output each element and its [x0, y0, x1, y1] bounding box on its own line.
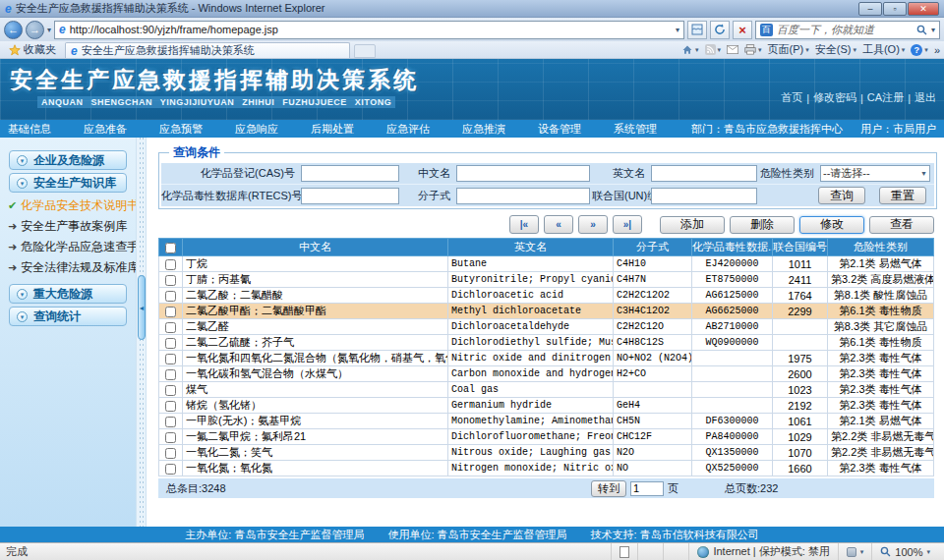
page-menu[interactable]: 页面(P)▾ [768, 42, 809, 57]
table-row[interactable]: 丁烷ButaneC4H10EJ42000001011第2.1类 易燃气体 [159, 256, 934, 272]
search-button[interactable]: 查询 [818, 187, 865, 204]
address-dropdown-caret[interactable]: ▾ [676, 26, 679, 34]
rtecs-input[interactable] [301, 188, 399, 204]
row-checkbox[interactable] [165, 432, 176, 443]
row-checkbox[interactable] [165, 338, 176, 349]
zoom-segment[interactable]: 100% ▾ [871, 543, 938, 560]
sidebar-group-安全生产知识库[interactable]: ▾安全生产知识库 [9, 173, 127, 193]
row-checkbox[interactable] [165, 385, 176, 396]
nav-item-应急评估[interactable]: 应急评估 [386, 122, 430, 137]
sidebar-group-重大危险源[interactable]: ▾重大危险源 [9, 284, 127, 304]
compatibility-view-button[interactable] [687, 21, 707, 39]
table-row[interactable]: 一氧化氮；氧化氮Nitrogen monoxide; Nitric oxideN… [159, 461, 934, 476]
table-row[interactable]: 二氯乙酸甲酯；二氯醋酸甲酯Methyl dichloroacetateC3H4C… [159, 304, 934, 319]
nav-item-设备管理[interactable]: 设备管理 [538, 122, 581, 137]
reset-button[interactable]: 重置 [879, 187, 926, 204]
first-page-button[interactable]: |« [509, 215, 539, 234]
table-row[interactable]: 丁腈；丙基氰Butyronitrile; Propyl cyanideC4H7N… [159, 272, 934, 288]
sidebar-item-安全生产事故案例库[interactable]: ➜安全生产事故案例库 [0, 216, 136, 237]
row-checkbox[interactable] [165, 259, 176, 270]
formula-input[interactable] [456, 188, 590, 204]
table-row[interactable]: 二氯乙酸；二氯醋酸Dichloroacetic acidC2H2C12O2AG6… [159, 288, 934, 304]
print-button[interactable]: ▾ [744, 44, 762, 55]
sidebar-splitter[interactable]: ◄ [136, 138, 147, 527]
close-button[interactable]: ✕ [908, 2, 939, 16]
search-icon[interactable] [916, 25, 927, 35]
nav-item-应急推演[interactable]: 应急推演 [462, 122, 505, 137]
table-row[interactable]: 锗烷（氢化锗）Germanium hydrideGeH42192第2.3类 毒性… [159, 398, 934, 414]
header-link[interactable]: 退出 [914, 90, 936, 105]
print-caret[interactable]: ▾ [758, 46, 762, 54]
sidebar-group-查询统计[interactable]: ▾查询统计 [9, 307, 127, 326]
sidebar-item-安全法律法规及标准库[interactable]: ➜安全法律法规及标准库 [0, 257, 136, 278]
maximize-button[interactable]: ▫ [883, 2, 907, 16]
search-box[interactable]: 百 百度一下，你就知道 ▾ [755, 21, 940, 39]
row-checkbox[interactable] [165, 417, 176, 427]
nav-item-基础信息[interactable]: 基础信息 [8, 122, 51, 137]
smartscreen-segment[interactable]: ▾ [838, 543, 872, 560]
chinese-name-input[interactable] [456, 165, 590, 182]
new-tab-button[interactable] [354, 44, 376, 58]
nav-item-应急准备[interactable]: 应急准备 [84, 122, 127, 137]
favorites-button[interactable]: 收藏夹 [4, 42, 61, 57]
table-row[interactable]: 一氟二氯甲烷；氟利昂21Dichlorofluoromethane; Freon… [159, 429, 934, 445]
nav-item-系统管理[interactable]: 系统管理 [614, 122, 657, 137]
table-row[interactable]: 一氧化氮和四氧化二氮混合物（氮氧化物，硝基气，氧化氮气体）Nitric oxid… [159, 351, 934, 366]
view-button[interactable]: 查看 [869, 216, 934, 234]
nav-item-应急预警[interactable]: 应急预警 [159, 122, 203, 137]
tools-menu[interactable]: 工具(O)▾ [862, 42, 905, 57]
read-mail-button[interactable] [727, 45, 738, 54]
nav-item-后期处置[interactable]: 后期处置 [311, 122, 354, 137]
row-checkbox[interactable] [165, 464, 176, 475]
sidebar-group-企业及危险源[interactable]: ▾企业及危险源 [9, 150, 127, 170]
select-all-checkbox[interactable] [165, 243, 176, 253]
row-checkbox[interactable] [165, 322, 176, 333]
minimize-button[interactable]: – [858, 2, 882, 16]
header-link[interactable]: 首页 [781, 90, 802, 105]
recent-pages-caret[interactable]: ▾ [47, 26, 51, 34]
page-number-input[interactable] [630, 481, 664, 496]
table-row[interactable]: 二氯二乙硫醚；芥子气Dichlorodiethyl sulfide; Musta… [159, 335, 934, 351]
english-name-input[interactable] [651, 165, 757, 182]
add-button[interactable]: 添加 [660, 216, 725, 234]
next-page-button[interactable]: » [578, 215, 608, 234]
table-row[interactable]: 煤气Coal gas1023第2.3类 毒性气体 [159, 382, 934, 398]
feeds-button[interactable]: ▾ [705, 44, 722, 55]
prev-page-button[interactable]: « [544, 215, 573, 234]
command-overflow-button[interactable]: » [934, 44, 940, 56]
danger-class-select[interactable]: --请选择-- ▼ [820, 165, 930, 182]
feeds-caret[interactable]: ▾ [718, 46, 722, 54]
safety-menu[interactable]: 安全(S)▾ [815, 42, 856, 57]
forward-button[interactable]: → [26, 21, 44, 39]
browser-tab[interactable]: e 安全生产应急救援指挥辅助决策系统 [65, 42, 350, 58]
back-button[interactable]: ← [4, 21, 23, 39]
help-menu[interactable]: ?▾ [911, 44, 928, 56]
last-page-button[interactable]: »| [613, 215, 642, 234]
nav-item-应急响应[interactable]: 应急响应 [235, 122, 278, 137]
header-link[interactable]: 修改密码 [813, 90, 856, 105]
home-button[interactable]: ▾ [681, 44, 699, 56]
row-checkbox[interactable] [165, 275, 176, 286]
un-number-input[interactable] [651, 188, 757, 204]
sidebar-item-危险化学品应急速查手...[interactable]: ➜危险化学品应急速查手... [0, 237, 136, 257]
stop-button[interactable]: × [733, 21, 752, 39]
sidebar-item-化学品安全技术说明书[interactable]: ✔化学品安全技术说明书 [0, 196, 136, 216]
modify-button[interactable]: 修改 [799, 216, 864, 234]
search-options-caret[interactable]: ▾ [931, 26, 935, 34]
table-row[interactable]: 一甲胺(无水)；氨基甲烷Monomethylamine; Aminomethan… [159, 414, 934, 429]
row-checkbox[interactable] [165, 291, 176, 302]
home-caret[interactable]: ▾ [695, 46, 699, 54]
table-row[interactable]: 一氧化碳和氢气混合物（水煤气）Carbon monoxide and hydro… [159, 366, 934, 382]
row-checkbox[interactable] [165, 307, 176, 317]
table-row[interactable]: 一氧化二氮；笑气Nitrous oxide; Laughing gasN2OQX… [159, 445, 934, 461]
refresh-button[interactable] [710, 21, 730, 39]
goto-button[interactable]: 转到 [591, 480, 626, 497]
row-checkbox[interactable] [165, 369, 176, 380]
cas-input[interactable] [301, 165, 399, 182]
row-checkbox[interactable] [165, 448, 176, 459]
table-row[interactable]: 二氯乙醛DichloroacetaldehydeC2H2C12OAB271000… [159, 319, 934, 335]
row-checkbox[interactable] [165, 401, 176, 412]
header-link[interactable]: CA注册 [867, 90, 904, 105]
delete-button[interactable]: 删除 [730, 216, 795, 234]
row-checkbox[interactable] [165, 354, 176, 364]
